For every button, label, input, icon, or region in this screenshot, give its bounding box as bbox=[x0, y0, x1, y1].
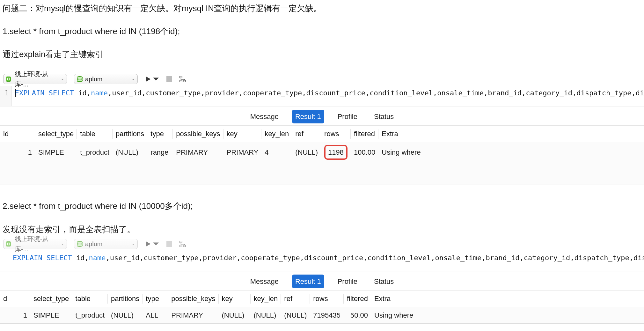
tab-message[interactable]: Message bbox=[247, 275, 282, 288]
sql-column-name: name bbox=[91, 89, 108, 97]
database-icon bbox=[77, 76, 83, 82]
col-rows[interactable]: rows bbox=[310, 291, 344, 307]
sql-text: id, bbox=[74, 89, 91, 97]
tab-status[interactable]: Status bbox=[371, 110, 397, 123]
sql-text: ,user_id,customer_type,provider,cooperat… bbox=[108, 89, 644, 97]
line-number: 1 bbox=[0, 86, 12, 106]
col-table[interactable]: table bbox=[72, 291, 108, 307]
col-rows[interactable]: rows bbox=[321, 125, 351, 142]
col-select-type[interactable]: select_type bbox=[30, 291, 72, 307]
connection-icon bbox=[6, 241, 11, 246]
col-key[interactable]: key bbox=[223, 125, 262, 142]
database-icon bbox=[77, 241, 83, 247]
svg-rect-2 bbox=[183, 80, 186, 82]
run-button[interactable] bbox=[145, 240, 159, 247]
svg-rect-1 bbox=[180, 80, 182, 82]
tab-result[interactable]: Result 1 bbox=[292, 110, 324, 123]
connection-selector[interactable]: 线上环境-从库-... ⌄ bbox=[3, 74, 67, 84]
toolbar: 线上环境-从库-... ⌄ aplum ⌄ bbox=[0, 237, 644, 251]
problem-heading: 问题二：对mysql的慢查询的知识有一定欠缺。对mysql IN查询的执行逻辑有… bbox=[0, 0, 644, 17]
cell-ref: (NULL) bbox=[281, 307, 310, 324]
cell-table: t_product bbox=[77, 142, 113, 163]
col-ref[interactable]: ref bbox=[281, 291, 310, 307]
cell-table: t_product bbox=[72, 307, 108, 324]
svg-rect-0 bbox=[180, 76, 182, 78]
tab-result[interactable]: Result 1 bbox=[292, 275, 324, 288]
explain-result-table: id select_type table partitions type pos… bbox=[0, 125, 644, 185]
col-type[interactable]: type bbox=[147, 125, 173, 142]
col-possible-keys[interactable]: possible_keys bbox=[168, 291, 218, 307]
table-header-row: id select_type table partitions type pos… bbox=[0, 125, 644, 142]
connection-label: 线上环境-从库-... bbox=[15, 234, 58, 254]
run-button[interactable] bbox=[145, 76, 159, 83]
svg-rect-5 bbox=[183, 245, 186, 247]
stop-button[interactable] bbox=[166, 241, 172, 247]
col-filtered[interactable]: filtered bbox=[344, 291, 371, 307]
database-label: aplum bbox=[85, 239, 102, 249]
svg-rect-4 bbox=[180, 245, 182, 247]
case1-note: 通过explain看走了主键索引 bbox=[0, 46, 644, 63]
sql-editor[interactable]: 1 EXPLAIN SELECT id,name,user_id,custome… bbox=[0, 86, 644, 106]
table-row[interactable]: 1 SIMPLE t_product (NULL) ALL PRIMARY (N… bbox=[0, 307, 644, 324]
cell-type: ALL bbox=[143, 307, 168, 324]
col-extra[interactable]: Extra bbox=[371, 291, 644, 307]
explain-result-table: d select_type table partitions type poss… bbox=[0, 290, 644, 323]
sql-code-line: EXPLAIN SELECT id,name,user_id,customer_… bbox=[12, 86, 644, 106]
col-key-len[interactable]: key_len bbox=[261, 125, 292, 142]
cell-possible-keys: PRIMARY bbox=[173, 142, 223, 163]
sql-editor[interactable]: EXPLAIN SELECT id,name,user_id,customer_… bbox=[0, 251, 644, 271]
toolbar: 线上环境-从库-... ⌄ aplum ⌄ bbox=[0, 72, 644, 86]
cell-filtered: 50.00 bbox=[344, 307, 371, 324]
chevron-down-icon: ⌄ bbox=[132, 241, 135, 247]
result-tabs: Message Result 1 Profile Status bbox=[0, 106, 644, 125]
database-selector[interactable]: aplum ⌄ bbox=[74, 74, 138, 84]
cell-id: 1 bbox=[0, 307, 30, 324]
col-ref[interactable]: ref bbox=[292, 125, 321, 142]
col-key-len[interactable]: key_len bbox=[251, 291, 281, 307]
cell-key: (NULL) bbox=[219, 307, 251, 324]
sql-keyword: EXPLAIN SELECT bbox=[15, 89, 74, 97]
col-table[interactable]: table bbox=[77, 125, 113, 142]
cell-filtered: 100.00 bbox=[351, 142, 378, 163]
explain-structure-button[interactable] bbox=[179, 76, 186, 83]
tab-profile[interactable]: Profile bbox=[334, 275, 361, 288]
col-type[interactable]: type bbox=[143, 291, 168, 307]
cell-rows: 1198 bbox=[321, 142, 351, 163]
tab-status[interactable]: Status bbox=[371, 275, 397, 288]
cell-partitions: (NULL) bbox=[113, 142, 147, 163]
col-filtered[interactable]: filtered bbox=[351, 125, 378, 142]
cell-select-type: SIMPLE bbox=[30, 307, 72, 324]
empty-area bbox=[0, 162, 644, 185]
sql-client-panel-1: 线上环境-从库-... ⌄ aplum ⌄ 1 bbox=[0, 72, 644, 185]
database-label: aplum bbox=[85, 74, 102, 84]
sql-column-name: name bbox=[89, 254, 106, 262]
connection-selector[interactable]: 线上环境-从库-... ⌄ bbox=[3, 239, 67, 249]
tab-profile[interactable]: Profile bbox=[334, 110, 361, 123]
col-key[interactable]: key bbox=[219, 291, 251, 307]
cell-key-len: 4 bbox=[261, 142, 292, 163]
stop-button[interactable] bbox=[166, 76, 172, 82]
col-possible-keys[interactable]: possible_keys bbox=[173, 125, 223, 142]
cell-partitions: (NULL) bbox=[108, 307, 143, 324]
cell-id: 1 bbox=[0, 142, 35, 163]
col-extra[interactable]: Extra bbox=[378, 125, 644, 142]
chevron-down-icon: ⌄ bbox=[61, 241, 64, 247]
cell-extra: Using where bbox=[371, 307, 644, 324]
sql-client-panel-2: 线上环境-从库-... ⌄ aplum ⌄ EXPLA bbox=[0, 237, 644, 324]
cell-key: PRIMARY bbox=[223, 142, 262, 163]
table-row[interactable]: 1 SIMPLE t_product (NULL) range PRIMARY … bbox=[0, 142, 644, 163]
cell-type: range bbox=[147, 142, 173, 163]
col-select-type[interactable]: select_type bbox=[35, 125, 77, 142]
chevron-down-icon: ⌄ bbox=[61, 76, 64, 82]
col-partitions[interactable]: partitions bbox=[108, 291, 143, 307]
cell-rows: 7195435 bbox=[310, 307, 344, 324]
col-partitions[interactable]: partitions bbox=[113, 125, 147, 142]
cell-possible-keys: PRIMARY bbox=[168, 307, 218, 324]
explain-structure-button[interactable] bbox=[179, 240, 186, 247]
col-id[interactable]: d bbox=[0, 291, 30, 307]
col-id[interactable]: id bbox=[0, 125, 35, 142]
database-selector[interactable]: aplum ⌄ bbox=[74, 239, 138, 249]
tab-message[interactable]: Message bbox=[247, 110, 282, 123]
cell-select-type: SIMPLE bbox=[35, 142, 77, 163]
sql-text: ,user_id,customer_type,provider,cooperat… bbox=[106, 254, 644, 262]
